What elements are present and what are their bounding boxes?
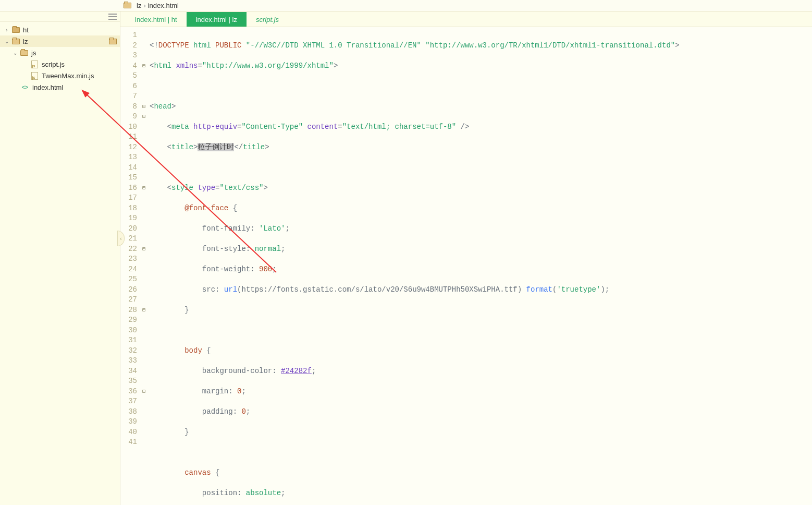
chevron-right-icon: › bbox=[143, 2, 145, 9]
folder-icon bbox=[123, 2, 131, 10]
breadcrumb-folder: lz bbox=[137, 2, 141, 9]
tree-file-script[interactable]: script.js bbox=[0, 58, 120, 70]
tree-folder-js[interactable]: ⌄ js bbox=[0, 47, 120, 58]
file-tree: › ht ⌄ lz ⌄ js bbox=[0, 22, 120, 505]
sidebar-header bbox=[0, 11, 120, 22]
main-area: › ht ⌄ lz ⌄ js bbox=[0, 11, 812, 505]
tree-folder-ht[interactable]: › ht bbox=[0, 24, 120, 35]
html-file-icon: <> bbox=[21, 84, 29, 90]
tree-label: script.js bbox=[42, 61, 65, 68]
js-file-icon bbox=[30, 71, 39, 80]
folder-icon bbox=[11, 37, 20, 45]
tree-file-index[interactable]: <> index.html bbox=[0, 81, 120, 93]
editor-tabs: index.html | ht index.html | lz script.j… bbox=[120, 11, 812, 27]
top-toolbar: lz › index.html bbox=[0, 0, 812, 11]
tree-label: lz bbox=[23, 38, 28, 45]
folder-open-icon bbox=[109, 39, 117, 44]
tab-index-ht[interactable]: index.html | ht bbox=[126, 12, 187, 27]
js-file-icon bbox=[30, 60, 39, 68]
tree-label: TweenMax.min.js bbox=[42, 72, 94, 80]
breadcrumb: lz › index.html bbox=[123, 2, 179, 10]
tab-index-lz[interactable]: index.html | lz bbox=[187, 12, 247, 27]
code-content[interactable]: <!DOCTYPE html PUBLIC "-//W3C//DTD XHTML… bbox=[147, 27, 812, 505]
selected-text: 粒子倒计时 bbox=[198, 143, 234, 151]
editor-panel: index.html | ht index.html | lz script.j… bbox=[120, 11, 812, 505]
chevron-right-icon[interactable]: › bbox=[3, 27, 10, 33]
tree-label: ht bbox=[23, 26, 29, 34]
folder-icon bbox=[11, 26, 20, 34]
tree-label: index.html bbox=[32, 83, 63, 91]
folder-icon bbox=[20, 49, 28, 57]
tab-script-js[interactable]: script.js bbox=[247, 12, 288, 27]
menu-icon[interactable] bbox=[108, 14, 117, 20]
tree-folder-lz[interactable]: ⌄ lz bbox=[0, 35, 120, 47]
tree-file-tween[interactable]: TweenMax.min.js bbox=[0, 70, 120, 81]
fold-gutter[interactable]: ⊟⊟⊟⊟⊟⊟⊟ bbox=[140, 27, 147, 505]
chevron-down-icon[interactable]: ⌄ bbox=[11, 50, 19, 56]
line-gutter: 1234567891011121314151617181920212223242… bbox=[120, 27, 140, 505]
breadcrumb-file: index.html bbox=[148, 2, 179, 9]
file-explorer: › ht ⌄ lz ⌄ js bbox=[0, 11, 120, 505]
tree-label: js bbox=[31, 49, 36, 57]
app-root: lz › index.html › ht ⌄ lz bbox=[0, 0, 812, 505]
code-area[interactable]: 1234567891011121314151617181920212223242… bbox=[120, 27, 812, 505]
chevron-down-icon[interactable]: ⌄ bbox=[3, 39, 10, 44]
